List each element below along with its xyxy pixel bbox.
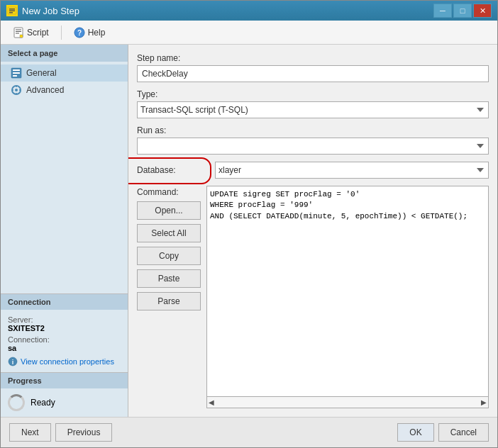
sidebar-item-advanced[interactable]: Advanced: [1, 82, 128, 99]
svg-point-16: [15, 89, 18, 91]
command-section: Command: Open... Select All Copy Paste P…: [137, 186, 489, 408]
command-textarea[interactable]: UPDATE sigreg SET procFlag = '0' WHERE p…: [206, 186, 489, 397]
previous-button[interactable]: Previous: [55, 423, 113, 442]
type-label: Type:: [137, 89, 489, 99]
ok-button[interactable]: OK: [397, 423, 433, 442]
command-label: Command:: [137, 186, 201, 197]
svg-text:?: ?: [77, 29, 82, 37]
svg-rect-14: [13, 75, 17, 77]
open-button[interactable]: Open...: [137, 201, 201, 220]
footer-nav-buttons: Next Previous: [9, 423, 112, 442]
parse-button[interactable]: Parse: [137, 292, 201, 310]
minimize-button[interactable]: ─: [433, 4, 452, 18]
connection-section: Connection Server: SXITEST2 Connection: …: [1, 293, 128, 372]
help-icon: ?: [74, 27, 85, 38]
view-properties-label: View connection properties: [21, 357, 114, 366]
server-value: SXITEST2: [8, 324, 121, 332]
step-name-label: Step name:: [137, 53, 489, 63]
connection-label: Connection:: [8, 335, 50, 344]
svg-text:i: i: [12, 359, 14, 366]
script-button[interactable]: Script: [6, 24, 55, 41]
progress-status: Ready: [31, 398, 55, 408]
title-bar-left: New Job Step: [6, 5, 79, 16]
progress-spinner: [8, 394, 25, 411]
connection-header: Connection: [1, 294, 128, 310]
footer: Next Previous OK Cancel: [1, 417, 497, 447]
progress-content: Ready: [1, 388, 128, 417]
command-editor: UPDATE sigreg SET procFlag = '0' WHERE p…: [206, 186, 489, 408]
database-row: Database: xlayer: [137, 162, 489, 179]
svg-rect-13: [13, 72, 20, 74]
main-content: Select a page General: [1, 45, 497, 417]
view-connection-properties-link[interactable]: i View connection properties: [8, 357, 121, 366]
script-icon: [13, 27, 24, 38]
type-group: Type: Transact-SQL script (T-SQL): [137, 89, 489, 118]
command-left: Command: Open... Select All Copy Paste P…: [137, 186, 201, 408]
connection-value: sa: [8, 344, 121, 352]
database-select[interactable]: xlayer: [215, 162, 489, 179]
connection-info: Server: SXITEST2 Connection: sa i View c…: [1, 310, 128, 372]
cancel-button[interactable]: Cancel: [438, 423, 489, 442]
general-label: General: [26, 68, 57, 78]
script-label: Script: [27, 28, 49, 38]
close-button[interactable]: ✕: [473, 4, 492, 18]
help-button[interactable]: ? Help: [67, 24, 112, 41]
step-name-input[interactable]: [137, 65, 489, 82]
footer-action-buttons: OK Cancel: [397, 423, 489, 442]
sidebar-item-general[interactable]: General: [1, 65, 128, 82]
select-page-header: Select a page: [1, 45, 128, 62]
server-row: Server: SXITEST2: [8, 315, 121, 332]
next-button[interactable]: Next: [9, 423, 51, 442]
progress-section: Progress Ready: [1, 372, 128, 417]
run-as-select[interactable]: [137, 138, 489, 155]
window-controls: ─ □ ✕: [433, 4, 492, 18]
svg-rect-1: [9, 9, 15, 10]
general-icon: [11, 67, 22, 79]
scrollbar: ◀ ▶: [206, 397, 489, 408]
advanced-icon: [11, 84, 22, 96]
run-as-label: Run as:: [137, 125, 489, 135]
maximize-button[interactable]: □: [453, 4, 472, 18]
svg-rect-12: [13, 69, 20, 71]
progress-header: Progress: [1, 373, 128, 388]
advanced-label: Advanced: [26, 85, 64, 95]
app-icon: [6, 5, 18, 16]
database-label: Database:: [137, 165, 215, 175]
server-label: Server:: [8, 315, 33, 324]
connection-row: Connection: sa: [8, 335, 121, 352]
toolbar: Script ? Help: [1, 21, 497, 45]
window-title: New Job Step: [22, 6, 79, 16]
type-select[interactable]: Transact-SQL script (T-SQL): [137, 101, 489, 118]
step-name-group: Step name:: [137, 53, 489, 82]
database-container: xlayer: [215, 162, 489, 179]
select-all-button[interactable]: Select All: [137, 224, 201, 242]
svg-rect-3: [9, 12, 13, 13]
toolbar-separator: [61, 26, 62, 40]
right-panel: Step name: Type: Transact-SQL script (T-…: [128, 45, 497, 417]
main-window: New Job Step ─ □ ✕ Script ? Help: [0, 0, 498, 448]
left-panel: Select a page General: [1, 45, 128, 417]
title-bar: New Job Step ─ □ ✕: [1, 1, 497, 21]
copy-button[interactable]: Copy: [137, 247, 201, 265]
svg-marker-8: [20, 35, 23, 38]
run-as-group: Run as:: [137, 125, 489, 155]
help-label: Help: [88, 28, 106, 38]
nav-items: General Advanced: [1, 62, 128, 101]
scroll-left-arrow[interactable]: ◀: [209, 398, 214, 406]
scroll-right-arrow[interactable]: ▶: [481, 398, 487, 406]
connection-link-icon: i: [8, 357, 18, 366]
paste-button[interactable]: Paste: [137, 269, 201, 288]
svg-rect-2: [9, 11, 15, 12]
